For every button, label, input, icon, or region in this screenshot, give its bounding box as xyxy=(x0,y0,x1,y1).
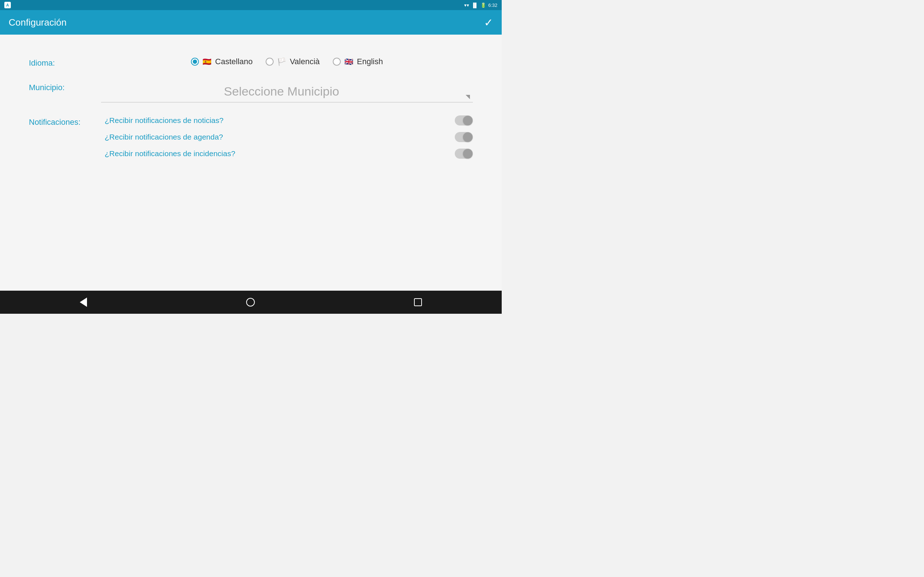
signal-icon: ▐▌ xyxy=(472,3,478,8)
municipio-placeholder: Seleccione Municipio xyxy=(105,84,459,98)
notification-noticias-label: ¿Recibir notificaciones de noticias? xyxy=(105,116,447,125)
municipio-select[interactable]: Seleccione Municipio xyxy=(101,81,473,102)
toggle-agenda[interactable] xyxy=(455,132,473,142)
notificaciones-label: Notificaciones: xyxy=(29,115,101,127)
dropdown-arrow-icon xyxy=(465,95,470,99)
radio-circle-english xyxy=(333,58,341,66)
app-logo: A xyxy=(4,2,11,8)
back-icon xyxy=(80,298,87,307)
radio-circle-valencia xyxy=(266,58,274,66)
radio-circle-castellano xyxy=(191,58,199,66)
app-title: Configuración xyxy=(9,17,66,28)
content-area: Idioma: 🇪🇸 Castellano 🏳️ Valencià xyxy=(0,35,502,291)
confirm-button[interactable]: ✓ xyxy=(484,16,493,29)
notification-incidencias-label: ¿Recibir notificaciones de incidencias? xyxy=(105,149,447,158)
recents-icon xyxy=(414,298,422,306)
app-bar: Configuración ✓ xyxy=(0,10,502,35)
idioma-control: 🇪🇸 Castellano 🏳️ Valencià 🇬🇧 English xyxy=(101,56,473,66)
notification-noticias: ¿Recibir notificaciones de noticias? xyxy=(101,115,473,126)
municipio-control: Seleccione Municipio xyxy=(101,81,473,102)
radio-label-valencia: Valencià xyxy=(290,57,320,66)
toggle-incidencias[interactable] xyxy=(455,148,473,159)
battery-icon: 🔋 xyxy=(480,3,486,8)
radio-flag-english: 🇬🇧 xyxy=(344,57,353,66)
toggle-knob-incidencias xyxy=(463,149,472,158)
radio-castellano[interactable]: 🇪🇸 Castellano xyxy=(191,57,253,66)
home-button[interactable] xyxy=(235,294,266,310)
radio-english[interactable]: 🇬🇧 English xyxy=(333,57,383,66)
status-bar-left: A xyxy=(4,2,11,8)
radio-flag-valencia: 🏳️ xyxy=(277,57,286,66)
language-radio-group: 🇪🇸 Castellano 🏳️ Valencià 🇬🇧 English xyxy=(101,56,473,66)
notification-agenda: ¿Recibir notificaciones de agenda? xyxy=(101,132,473,142)
clock: 6:32 xyxy=(488,3,498,8)
wifi-icon: ▾▾ xyxy=(464,3,469,8)
municipio-label: Municipio: xyxy=(29,81,101,92)
toggle-knob-noticias xyxy=(463,116,472,125)
home-icon xyxy=(246,298,255,306)
radio-flag-castellano: 🇪🇸 xyxy=(202,57,212,66)
status-bar-right: ▾▾ ▐▌ 🔋 6:32 xyxy=(464,3,498,8)
notification-incidencias: ¿Recibir notificaciones de incidencias? xyxy=(101,148,473,159)
notification-agenda-label: ¿Recibir notificaciones de agenda? xyxy=(105,133,447,141)
back-button[interactable] xyxy=(69,294,98,311)
toggle-knob-agenda xyxy=(463,132,472,142)
bottom-nav xyxy=(0,291,502,314)
municipio-row: Municipio: Seleccione Municipio xyxy=(29,81,473,102)
toggle-noticias[interactable] xyxy=(455,115,473,126)
idioma-label: Idioma: xyxy=(29,56,101,68)
radio-label-castellano: Castellano xyxy=(215,57,253,66)
notificaciones-row: Notificaciones: ¿Recibir notificaciones … xyxy=(29,115,473,169)
radio-valencia[interactable]: 🏳️ Valencià xyxy=(266,57,320,66)
radio-label-english: English xyxy=(357,57,383,66)
status-bar: A ▾▾ ▐▌ 🔋 6:32 xyxy=(0,0,502,10)
idioma-row: Idioma: 🇪🇸 Castellano 🏳️ Valencià xyxy=(29,56,473,68)
recents-button[interactable] xyxy=(403,295,433,310)
notifications-section: ¿Recibir notificaciones de noticias? ¿Re… xyxy=(101,115,473,165)
